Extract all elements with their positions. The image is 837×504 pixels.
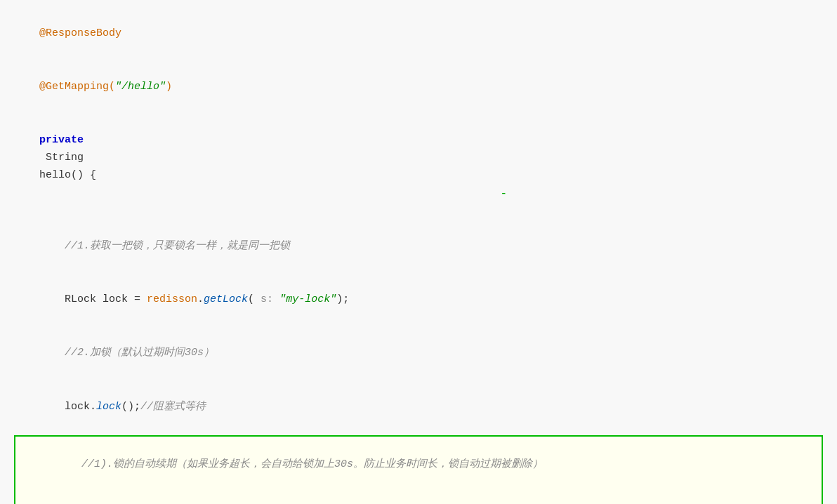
line-annotation-getmapping: @GetMapping("/hello") [14,60,823,114]
annotation-getmapping: @GetMapping("/hello") [39,81,172,93]
lock-method: lock [96,401,121,413]
highlight-notes-box: //1).锁的自动续期（如果业务超长，会自动给锁加上30s。防止业务时间长，锁自… [14,435,823,504]
annotation-responsebody: @ResponseBody [39,27,121,39]
lock-lock: lock. [39,401,96,413]
getlock-method: getLock [204,293,248,305]
line-rlock: RLock lock = redisson.getLock( s: "my-lo… [14,273,823,326]
return-type: String [39,152,90,164]
comment-lock: //2.加锁（默认过期时间30s） [39,347,214,359]
comment-get-lock: //1.获取一把锁，只要锁名一样，就是同一把锁 [39,240,290,252]
get-lock-call: . [197,293,204,305]
rlock-code: RLock lock = [39,293,147,305]
getlock-paren: ( [248,293,261,305]
comment-block: //阻塞式等待 [140,401,206,413]
redisson-ref: redisson [147,293,197,305]
lock-name-string: "my-lock" [279,293,336,305]
line-lock-call: lock.lock();//阻塞式等待 [14,380,823,434]
minus-button[interactable]: - [500,185,507,204]
highlight-comment1: //1).锁的自动续期（如果业务超长，会自动给锁加上30s。防止业务时间长，锁自… [56,458,543,470]
keyword-private: private [39,134,84,146]
param-s: s: [261,293,279,305]
line-highlight2: //2).加锁业务只要运行完成，不会给当前锁续期；若不解锁，锁默认30s后自动解… [18,491,819,504]
code-editor: @ResponseBody @GetMapping("/hello") priv… [0,0,837,504]
line-annotation-responsebody: @ResponseBody [14,7,823,60]
line-method-signature: private String hello() { - [14,114,823,220]
method-name: hello() { [39,169,96,181]
line-highlight1: //1).锁的自动续期（如果业务超长，会自动给锁加上30s。防止业务时间长，锁自… [18,438,819,491]
line-comment1: //1.获取一把锁，只要锁名一样，就是同一把锁 [14,220,823,273]
lock-call-close: (); [121,401,140,413]
line-comment2: //2.加锁（默认过期时间30s） [14,327,823,380]
getlock-close: ); [336,293,349,305]
